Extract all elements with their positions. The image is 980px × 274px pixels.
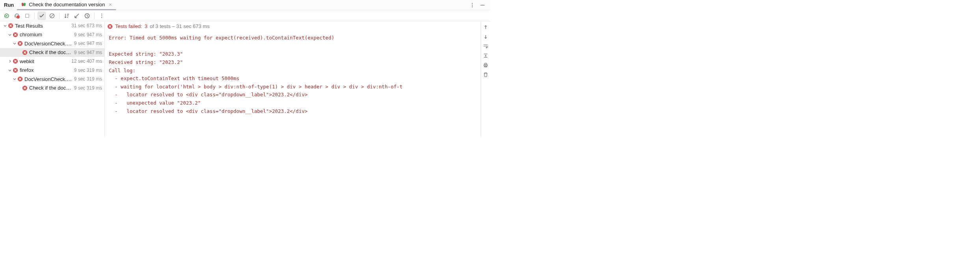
expand-collapse-button[interactable] <box>73 11 81 20</box>
chevron-down-icon[interactable] <box>7 32 13 38</box>
tree-leaf-spacer <box>17 50 22 55</box>
svg-rect-5 <box>26 14 29 17</box>
test-summary: Tests failed: 3 of 3 tests – 31 sec 673 … <box>105 21 481 32</box>
chevron-down-icon[interactable] <box>12 76 17 82</box>
scroll-to-end-icon[interactable] <box>482 52 489 59</box>
tree-node-duration: 9 sec 319 ms <box>73 68 102 73</box>
soft-wrap-icon[interactable] <box>482 43 489 50</box>
tree-node-label: Check if the documentation version <box>29 49 73 55</box>
fail-status-icon <box>107 24 113 29</box>
summary-rest: of 3 tests – 31 sec 673 ms <box>150 23 210 29</box>
svg-point-10 <box>101 15 102 16</box>
next-occurrence-icon[interactable] <box>482 33 489 40</box>
close-tab-icon[interactable]: × <box>107 2 114 8</box>
summary-prefix: Tests failed: <box>115 23 142 29</box>
tree-node-label: Check if the documentation version <box>29 85 73 91</box>
svg-rect-3 <box>481 5 485 5</box>
fail-status-icon <box>13 32 18 38</box>
svg-point-1 <box>472 4 473 5</box>
fail-status-icon <box>22 85 28 91</box>
more-icon[interactable] <box>469 2 476 9</box>
svg-point-11 <box>101 17 102 18</box>
tab-label: Check the documentation version <box>29 2 105 8</box>
fail-status-icon <box>13 68 18 73</box>
summary-failed-count: 3 <box>145 23 147 29</box>
tree-row[interactable]: DocVersionCheck.spec.js9 sec 947 ms <box>0 39 104 48</box>
svg-point-2 <box>472 6 473 7</box>
tree-row[interactable]: webkit12 sec 407 ms <box>0 57 104 66</box>
stop-button[interactable] <box>23 11 32 20</box>
chevron-down-icon[interactable] <box>2 23 8 28</box>
print-icon[interactable] <box>482 62 489 69</box>
output-gutter <box>481 21 490 137</box>
tool-window-header: Run Check the documentation version × <box>0 0 490 10</box>
fail-status-icon <box>17 41 23 46</box>
tree-node-label: firefox <box>20 67 73 73</box>
svg-point-0 <box>472 3 473 4</box>
test-tree[interactable]: Test Results31 sec 673 mschromium9 sec 9… <box>0 21 105 137</box>
tree-node-duration: 9 sec 319 ms <box>73 85 102 91</box>
tree-node-duration: 9 sec 947 ms <box>73 32 102 38</box>
tree-row[interactable]: chromium9 sec 947 ms <box>0 30 104 39</box>
chevron-down-icon[interactable] <box>12 41 17 46</box>
tree-node-duration: 9 sec 947 ms <box>73 41 102 46</box>
tree-node-duration: 9 sec 319 ms <box>73 76 102 82</box>
fail-status-icon <box>17 76 23 82</box>
tree-node-label: Test Results <box>15 23 70 29</box>
show-passed-toggle[interactable] <box>37 11 46 20</box>
clear-icon[interactable] <box>482 71 489 78</box>
tree-row[interactable]: Check if the documentation version9 sec … <box>0 84 104 93</box>
tree-node-duration: 12 sec 407 ms <box>70 58 102 64</box>
tree-row[interactable]: firefox9 sec 319 ms <box>0 66 104 75</box>
svg-rect-22 <box>484 63 486 65</box>
prev-occurrence-icon[interactable] <box>482 24 489 31</box>
tree-node-duration: 9 sec 947 ms <box>73 50 102 55</box>
console-output[interactable]: Error: Timed out 5000ms waiting for expe… <box>105 32 481 119</box>
fail-status-icon <box>22 50 28 55</box>
tree-node-duration: 31 sec 673 ms <box>70 23 102 28</box>
sort-button[interactable] <box>62 11 71 20</box>
tree-node-label: chromium <box>20 32 73 38</box>
test-toolbar <box>0 10 490 21</box>
show-ignored-toggle[interactable] <box>48 11 56 20</box>
run-configuration-tab[interactable]: Check the documentation version × <box>17 0 116 10</box>
tree-row[interactable]: DocVersionCheck.spec.js9 sec 319 ms <box>0 75 104 84</box>
chevron-down-icon[interactable] <box>7 68 13 73</box>
tree-leaf-spacer <box>17 85 22 91</box>
tree-row[interactable]: Check if the documentation version9 sec … <box>0 48 104 57</box>
chevron-right-icon[interactable] <box>7 58 13 64</box>
playwright-icon <box>21 2 26 7</box>
tree-node-label: DocVersionCheck.spec.js <box>24 41 73 47</box>
rerun-button[interactable] <box>2 11 11 20</box>
tool-window-title: Run <box>0 2 17 8</box>
tree-row[interactable]: Test Results31 sec 673 ms <box>0 21 104 30</box>
tree-node-label: DocVersionCheck.spec.js <box>24 76 73 82</box>
svg-line-7 <box>50 14 54 17</box>
tree-node-label: webkit <box>20 58 70 64</box>
minimize-icon[interactable] <box>479 2 486 9</box>
fail-status-icon <box>13 58 18 64</box>
svg-point-4 <box>17 15 20 19</box>
svg-rect-23 <box>484 66 486 67</box>
rerun-failed-button[interactable] <box>13 11 21 20</box>
svg-point-9 <box>101 13 102 14</box>
fail-status-icon <box>8 23 13 28</box>
test-history-button[interactable] <box>83 11 91 20</box>
toolbar-more-button[interactable] <box>97 11 106 20</box>
